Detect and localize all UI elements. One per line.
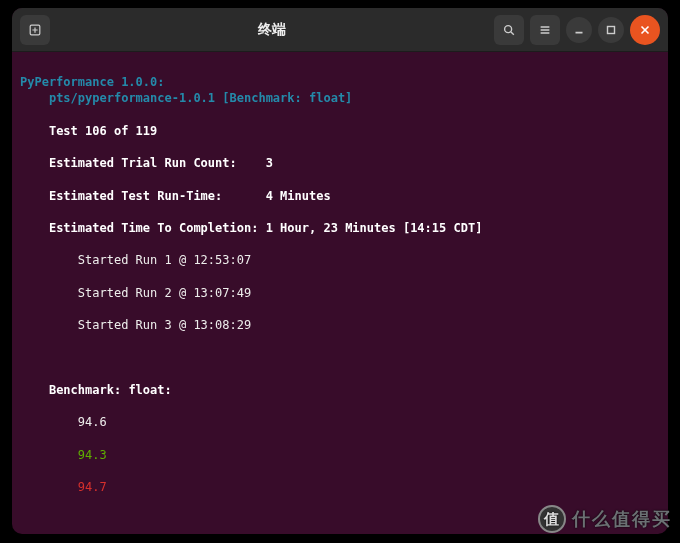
benchmark-label: Benchmark: float:: [49, 383, 172, 397]
window-title: 终端: [50, 21, 494, 39]
watermark: 值 什么值得买: [538, 505, 672, 533]
bench-val-worst: 94.7: [78, 480, 107, 494]
trial-value: 3: [266, 156, 273, 170]
search-button[interactable]: [494, 15, 524, 45]
close-button[interactable]: [630, 15, 660, 45]
svg-rect-9: [608, 26, 615, 33]
bench-val-best: 94.3: [78, 448, 107, 462]
minimize-button[interactable]: [566, 17, 592, 43]
completion-value: 1 Hour, 23 Minutes [14:15 CDT]: [266, 221, 483, 235]
svg-point-3: [505, 25, 512, 32]
watermark-icon: 值: [538, 505, 566, 533]
run-line: Started Run 2 @ 13:07:49: [78, 286, 251, 300]
test-count: Test 106 of 119: [49, 124, 157, 138]
runtime-value: 4 Minutes: [266, 189, 331, 203]
maximize-button[interactable]: [598, 17, 624, 43]
watermark-text: 什么值得买: [572, 507, 672, 531]
terminal-content[interactable]: PyPerformance 1.0.0: pts/pyperformance-1…: [12, 52, 668, 534]
new-tab-button[interactable]: [20, 15, 50, 45]
runtime-label: Estimated Test Run-Time:: [49, 189, 222, 203]
completion-label: Estimated Time To Completion:: [49, 221, 259, 235]
suite-line: pts/pyperformance-1.0.1 [Benchmark: floa…: [49, 91, 352, 105]
menu-button[interactable]: [530, 15, 560, 45]
run-line: Started Run 3 @ 13:08:29: [78, 318, 251, 332]
trial-label: Estimated Trial Run Count:: [49, 156, 237, 170]
titlebar: 终端: [12, 8, 668, 52]
terminal-window: 终端 PyPerformance 1.0.0: pts/pyperformanc…: [12, 8, 668, 534]
run-line: Started Run 1 @ 12:53:07: [78, 253, 251, 267]
bench-val: 94.6: [78, 415, 107, 429]
svg-line-4: [511, 31, 514, 34]
app-header: PyPerformance 1.0.0:: [20, 75, 165, 89]
